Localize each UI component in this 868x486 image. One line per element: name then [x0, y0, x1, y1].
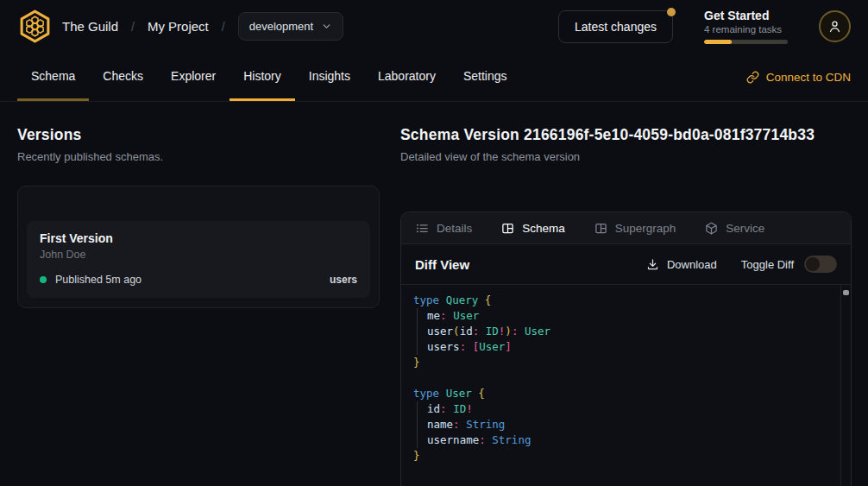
latest-changes-label: Latest changes	[575, 20, 657, 34]
code-token: me	[427, 309, 440, 322]
code-token	[478, 293, 485, 306]
code-token: String	[466, 418, 505, 431]
scrollbar-thumb[interactable]	[843, 290, 849, 295]
version-name: First Version	[40, 231, 357, 245]
link-icon	[746, 71, 759, 84]
detail-tabstrip: Details Schema Supergraph	[401, 212, 851, 244]
download-button[interactable]: Download	[646, 258, 717, 271]
versions-list-card: First Version John Doe Published 5m ago …	[17, 186, 380, 308]
code-token: id	[427, 402, 440, 415]
code-token: type	[413, 387, 439, 400]
detail-tab-label: Schema	[522, 222, 565, 235]
version-list-item[interactable]: First Version John Doe Published 5m ago …	[27, 221, 370, 298]
code-token	[447, 309, 454, 322]
nav-tab-schema[interactable]: Schema	[17, 53, 89, 101]
code-token: ID	[453, 402, 466, 415]
hive-logo-icon[interactable]	[17, 9, 53, 44]
code-line: }	[413, 448, 839, 464]
get-started-title: Get Started	[704, 9, 788, 22]
code-line: type Query {	[413, 293, 839, 308]
detail-tab-label: Supergraph	[615, 222, 676, 235]
code-token	[447, 402, 454, 415]
version-service-badge: users	[330, 274, 357, 286]
code-block: type Query {me: Useruser(id: ID!): Useru…	[401, 285, 851, 471]
code-token	[439, 293, 446, 306]
code-token: )	[505, 325, 512, 338]
code-token: type	[413, 293, 439, 306]
code-token	[439, 387, 446, 400]
toggle-diff-switch[interactable]	[804, 256, 837, 273]
code-line: me: User	[417, 308, 839, 324]
code-token: !	[466, 402, 473, 415]
detail-tab-service[interactable]: Service	[705, 222, 764, 235]
published-status-dot	[40, 276, 47, 283]
get-started-widget[interactable]: Get Started 4 remaining tasks	[704, 9, 788, 44]
columns-icon	[594, 222, 607, 235]
detail-tab-supergraph[interactable]: Supergraph	[594, 222, 676, 235]
schema-code-viewer[interactable]: type Query {me: Useruser(id: ID!): Useru…	[401, 285, 851, 486]
code-token: ]	[505, 340, 512, 353]
top-header: The Guild / My Project / development Lat…	[0, 0, 868, 53]
detail-tab-details[interactable]: Details	[416, 222, 472, 235]
code-line: type User {	[413, 386, 839, 401]
download-icon	[646, 258, 659, 271]
version-meta-row: Published 5m ago users	[40, 274, 357, 286]
code-line: name: String	[417, 417, 839, 432]
latest-changes-button[interactable]: Latest changes	[558, 10, 673, 43]
download-label: Download	[667, 258, 717, 271]
person-icon	[827, 19, 842, 34]
version-detail-card: Details Schema Supergraph	[400, 211, 852, 486]
code-token: name	[427, 418, 453, 431]
code-token: String	[492, 433, 531, 446]
code-token: User	[479, 340, 505, 353]
code-token: :	[440, 309, 447, 322]
versions-subtitle: Recently published schemas.	[17, 150, 380, 163]
detail-tab-schema[interactable]: Schema	[501, 222, 565, 235]
versions-panel: Versions Recently published schemas. Fir…	[17, 126, 380, 308]
code-line: user(id: ID!): User	[417, 324, 839, 339]
code-token: id	[460, 325, 473, 338]
app-window: The Guild / My Project / development Lat…	[0, 0, 868, 486]
code-token: }	[413, 356, 420, 369]
nav-tab-insights[interactable]: Insights	[295, 53, 364, 101]
cube-icon	[705, 222, 718, 235]
code-line: username: String	[417, 432, 839, 448]
user-avatar[interactable]	[819, 10, 851, 42]
version-detail-panel: Schema Version 2166196f-5e10-4059-bd0a-0…	[400, 126, 852, 486]
version-detail-subtitle: Detailed view of the schema version	[400, 150, 852, 163]
code-token: user	[427, 325, 453, 338]
code-token: users	[427, 340, 460, 353]
breadcrumb: The Guild / My Project / development	[62, 12, 343, 41]
breadcrumb-org[interactable]: The Guild	[62, 19, 118, 34]
code-token: :	[479, 433, 486, 446]
breadcrumb-separator: /	[222, 20, 225, 34]
code-line	[413, 370, 839, 386]
code-token: Query	[446, 293, 479, 306]
connect-to-cdn-link[interactable]: Connect to CDN	[746, 53, 851, 101]
code-token	[466, 340, 473, 353]
nav-tab-checks[interactable]: Checks	[89, 53, 157, 101]
code-token: {	[478, 387, 485, 400]
vertical-scrollbar[interactable]	[840, 285, 851, 486]
chevron-down-icon	[321, 21, 332, 32]
diff-view-header: Diff View Download Toggle Diff	[401, 244, 851, 285]
diff-view-title: Diff View	[415, 257, 469, 272]
code-line: id: ID!	[417, 401, 839, 417]
notification-dot	[667, 8, 676, 16]
environment-select[interactable]: development	[238, 12, 343, 41]
code-line: users: [User]	[417, 339, 839, 355]
nav-tab-explorer[interactable]: Explorer	[157, 53, 230, 101]
code-token: ID	[486, 325, 499, 338]
nav-tab-history[interactable]: History	[230, 53, 295, 101]
detail-tab-label: Details	[437, 222, 472, 235]
environment-select-value: development	[249, 20, 313, 33]
code-token: :	[453, 418, 460, 431]
toggle-knob	[806, 257, 820, 271]
breadcrumb-project[interactable]: My Project	[148, 19, 209, 34]
code-token: :	[440, 402, 447, 415]
toggle-diff-label: Toggle Diff	[741, 258, 794, 271]
nav-tab-settings[interactable]: Settings	[450, 53, 521, 101]
version-detail-title: Schema Version 2166196f-5e10-4059-bd0a-0…	[400, 126, 852, 144]
code-token	[518, 325, 525, 338]
nav-tab-laboratory[interactable]: Laboratory	[364, 53, 450, 101]
